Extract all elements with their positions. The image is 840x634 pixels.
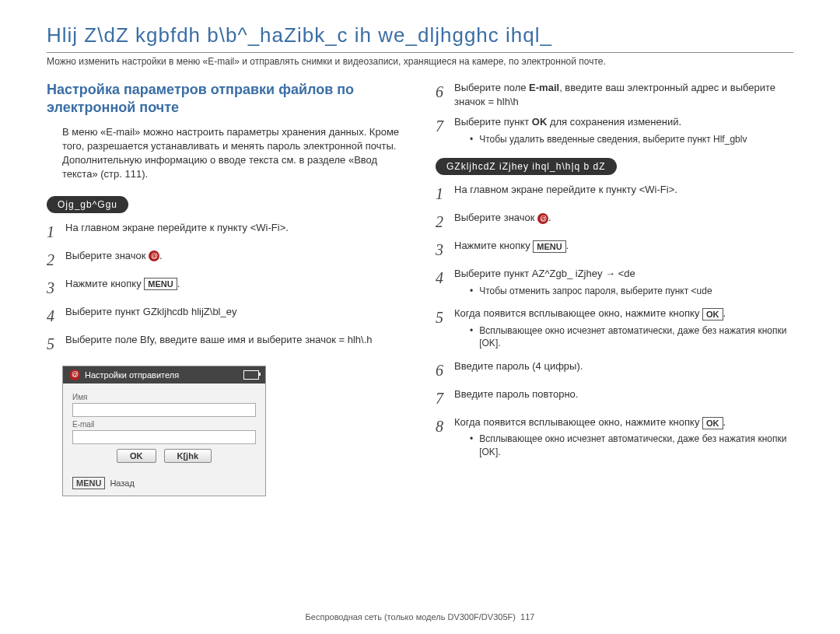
t: Выберите пункт (454, 116, 532, 128)
t: . (548, 212, 551, 223)
title-divider (47, 52, 793, 53)
left-column: Настройка параметров отправки файлов по … (47, 81, 404, 496)
step-body: Выберите значок . (65, 249, 404, 263)
email-icon (537, 213, 548, 224)
step-body: На главном экране перейдите к пункту <Wi… (65, 221, 404, 235)
right-steps: 1На главном экране перейдите к пункту <W… (436, 183, 793, 462)
step-num: 6 (436, 81, 454, 103)
step-body: Нажмите кнопку MENU. (454, 239, 793, 253)
step-body: Когда появится всплывающее окно, нажмите… (454, 306, 793, 353)
bullet: Чтобы удалить введенные сведения, выбери… (479, 133, 747, 146)
step-num: 3 (47, 277, 65, 299)
step-num: 6 (436, 359, 454, 381)
step-body: Когда появится всплывающее окно, нажмите… (454, 415, 793, 462)
email-icon (149, 250, 159, 261)
step-body: Выберите поле Bfy, введите ваше имя и вы… (65, 333, 404, 347)
t: Выберите поле (454, 82, 529, 93)
footer-text: Беспроводная сеть (только модель DV300F/… (306, 612, 516, 622)
step-text: . (159, 250, 163, 261)
name-input[interactable] (72, 403, 256, 417)
intro-text: Можно изменить настройки в меню «E-mail»… (47, 56, 793, 67)
left-steps: 1На главном экране перейдите к пункту <W… (47, 221, 404, 355)
section-paragraph: В меню «E-mail» можно настроить параметр… (47, 125, 404, 182)
step-num: 5 (436, 306, 454, 328)
bullet: Всплывающее окно исчезнет автоматически,… (479, 433, 793, 459)
ok-button[interactable]: OK (117, 449, 156, 463)
t: Когда появится всплывающее окно, нажмите… (454, 307, 702, 319)
page-title: Hlij Z\dZ kgbfdh b\b^_haZibk_c ih we_dlj… (47, 23, 793, 47)
step-num: 1 (436, 183, 454, 205)
reset-button[interactable]: K[jhk (164, 449, 212, 463)
name-label: Имя (72, 393, 256, 401)
step-num: 1 (47, 221, 65, 243)
bullet: Чтобы отменить запрос пароля, выберите п… (479, 285, 712, 298)
step-body: Введите пароль (4 цифры). (454, 359, 793, 373)
email-label: E-mail (72, 420, 256, 429)
step-body: Введите пароль повторно. (454, 387, 793, 401)
step-body: Выберите значок . (454, 211, 793, 225)
step-num: 7 (436, 387, 454, 409)
step-num: 3 (436, 239, 454, 261)
email-icon (69, 370, 80, 380)
t: OK (532, 116, 548, 128)
t: . (723, 416, 726, 428)
device-header: Настройки отправителя (63, 366, 265, 384)
step-num: 2 (436, 211, 454, 233)
t: . (723, 307, 726, 319)
t: . (566, 240, 569, 251)
ok-button-label: OK (702, 308, 723, 321)
step-body: Выберите пункт AZ^Zgb_ iZjhey → <de Чтоб… (454, 267, 793, 300)
t: E-mail (529, 82, 559, 93)
t: Нажмите кнопку (454, 240, 533, 251)
page-number: 117 (520, 612, 534, 622)
step-body: На главном экране перейдите к пункту <Wi… (454, 183, 793, 197)
step-body: Выберите пункт OK для сохранения изменен… (454, 115, 793, 149)
step-body: Нажмите кнопку MENU. (65, 277, 404, 291)
step-body: Выберите поле E-mail, введите ваш электр… (454, 81, 793, 109)
step-text: . (177, 278, 180, 289)
step-text: Выберите значок (65, 250, 149, 261)
page-footer: Беспроводная сеть (только модель DV300F/… (0, 612, 840, 622)
step-num: 4 (47, 305, 65, 327)
battery-icon (243, 370, 259, 380)
menu-button-label: MENU (533, 240, 565, 253)
subsection-pill: GZkljhcdZ iZjhey ihql_h\h|q b dZ (436, 158, 617, 175)
menu-button-label: MENU (144, 278, 177, 290)
step-num: 5 (47, 333, 65, 355)
ok-button-label: OK (702, 417, 723, 429)
step-text: Нажмите кнопку (65, 278, 144, 289)
right-top-steps: 6Выберите поле E-mail, введите ваш элект… (436, 81, 793, 149)
step-body: Выберите пункт GZkljhcdb hlijZ\bl_ey (65, 305, 404, 319)
t: Выберите пункт AZ^Zgb_ iZjhey → <de (454, 268, 635, 279)
step-num: 4 (436, 267, 454, 289)
section-title: Настройка параметров отправки файлов по … (47, 81, 404, 117)
step-num: 2 (47, 249, 65, 271)
t: Когда появится всплывающее окно, нажмите… (454, 416, 702, 428)
back-label: Назад (110, 478, 135, 488)
email-input[interactable] (72, 430, 256, 444)
step-num: 8 (436, 415, 454, 437)
step-num: 7 (436, 115, 454, 137)
subsection-pill: Ojg_gb^Ggu (47, 196, 128, 213)
bullet: Всплывающее окно исчезнет автоматически,… (479, 324, 793, 351)
device-title: Настройки отправителя (85, 370, 239, 380)
menu-button-label: MENU (72, 477, 105, 489)
right-column: 6Выберите поле E-mail, введите ваш элект… (436, 81, 793, 496)
device-preview: Настройки отправителя Имя E-mail OK K[jh… (62, 366, 266, 496)
t: Выберите значок (454, 212, 537, 223)
t: для сохранения изменений. (547, 116, 681, 128)
